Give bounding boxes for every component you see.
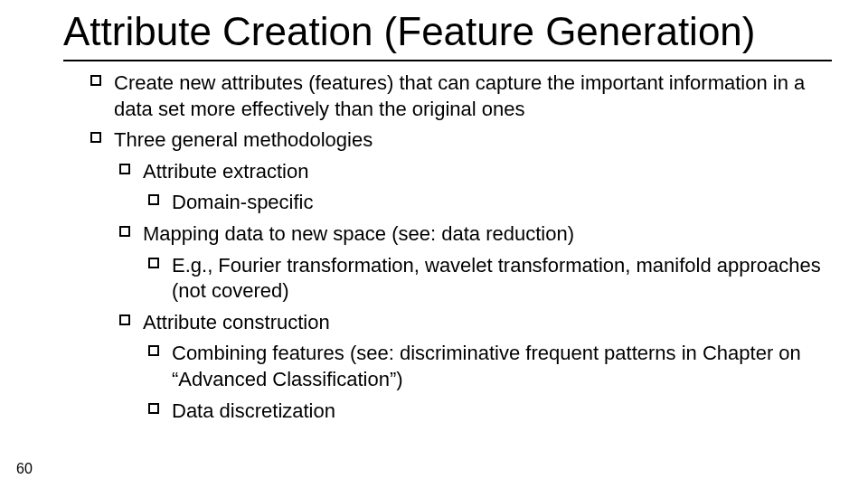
bullet: E.g., Fourier transformation, wavelet tr… [148, 253, 832, 305]
slide-title: Attribute Creation (Feature Generation) [0, 0, 868, 60]
bullet: Data discretization [148, 399, 832, 425]
bullet: Combining features (see: discriminative … [148, 341, 832, 392]
bullet: Attribute extraction [119, 159, 832, 185]
page-number: 60 [16, 461, 33, 477]
bullet: Three general methodologies [90, 127, 832, 154]
bullet: Attribute construction [119, 310, 832, 336]
slide-body: Create new attributes (features) that ca… [0, 61, 868, 424]
bullet: Mapping data to new space (see: data red… [119, 221, 832, 248]
bullet: Domain-specific [148, 190, 832, 216]
bullet: Create new attributes (features) that ca… [90, 70, 832, 122]
